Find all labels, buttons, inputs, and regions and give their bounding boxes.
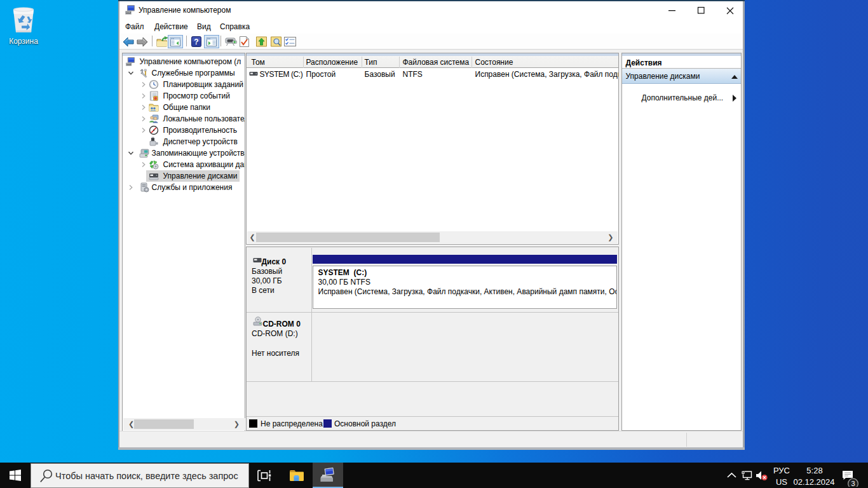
svg-text:3: 3 [851,480,855,487]
svg-text:?: ? [194,37,198,46]
